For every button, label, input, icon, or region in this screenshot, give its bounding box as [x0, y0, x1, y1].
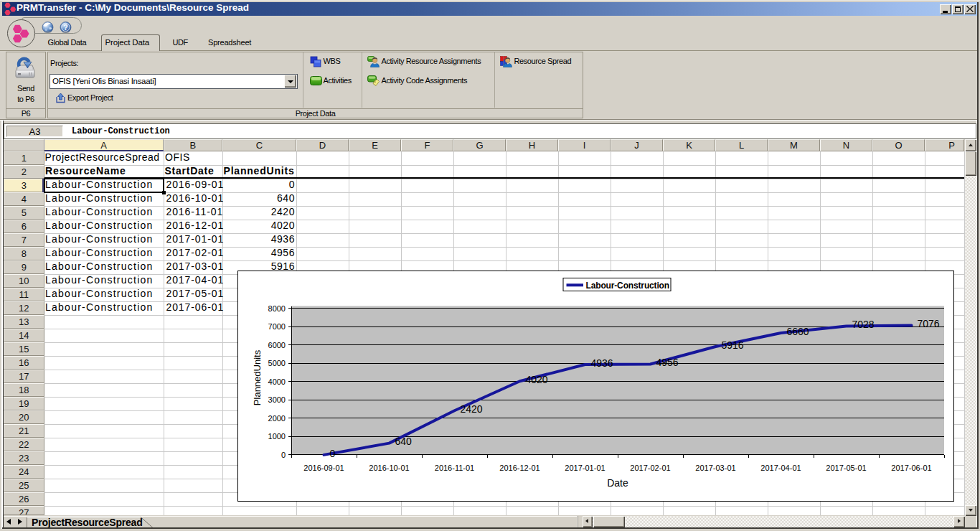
svg-text:2016-12-01: 2016-12-01 [499, 464, 540, 472]
svg-text:2000: 2000 [268, 413, 286, 422]
svg-text:2017-03-01: 2017-03-01 [695, 464, 735, 472]
svg-text:2017-04-01: 2017-04-01 [760, 464, 801, 472]
svg-text:6000: 6000 [268, 340, 286, 349]
svg-text:Date: Date [607, 476, 628, 488]
svg-text:7028: 7028 [852, 319, 875, 330]
svg-text:4956: 4956 [656, 357, 679, 368]
svg-text:2017-05-01: 2017-05-01 [826, 464, 866, 472]
svg-text:4000: 4000 [268, 377, 286, 385]
svg-text:2017-01-01: 2017-01-01 [565, 464, 605, 472]
svg-text:PlannedUnits: PlannedUnits [252, 349, 263, 405]
svg-text:3000: 3000 [268, 395, 286, 404]
svg-text:2016-10-01: 2016-10-01 [369, 464, 409, 472]
svg-text:?: ? [63, 23, 67, 31]
svg-text:1000: 1000 [268, 432, 286, 441]
svg-text:7076: 7076 [918, 318, 940, 329]
svg-text:Labour-Construction: Labour-Construction [586, 280, 669, 290]
svg-text:2017-06-01: 2017-06-01 [891, 464, 931, 472]
svg-text:8000: 8000 [268, 304, 286, 312]
svg-text:0: 0 [330, 447, 336, 459]
svg-text:2016-11-01: 2016-11-01 [435, 464, 474, 472]
svg-text:4936: 4936 [591, 357, 613, 368]
svg-text:2017-02-01: 2017-02-01 [630, 464, 670, 472]
svg-text:7000: 7000 [268, 322, 286, 331]
svg-text:2016-09-01: 2016-09-01 [303, 464, 344, 472]
svg-text:4020: 4020 [526, 374, 548, 385]
svg-text:0: 0 [281, 450, 286, 459]
svg-text:6660: 6660 [787, 325, 809, 337]
svg-text:5916: 5916 [722, 339, 744, 350]
svg-text:2420: 2420 [461, 403, 483, 415]
svg-text:5000: 5000 [268, 359, 286, 367]
svg-text:640: 640 [395, 436, 413, 447]
